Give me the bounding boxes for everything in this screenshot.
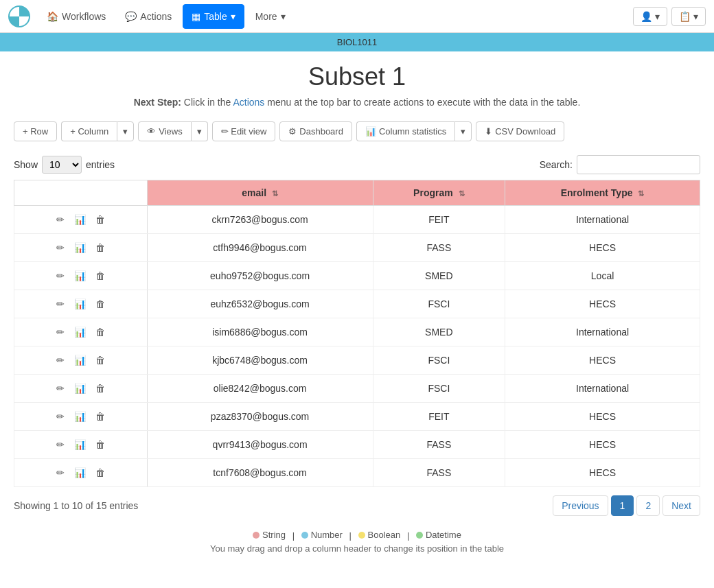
- page-header: Subset 1 Next Step: Click in the Actions…: [0, 51, 714, 113]
- legend-boolean: Boolean: [358, 530, 401, 540]
- delete-row-button[interactable]: 🗑: [94, 213, 106, 226]
- col-header-program[interactable]: Program ⇅: [373, 180, 505, 206]
- row-actions: ✏ 📊 🗑: [23, 466, 139, 480]
- datetime-dot: [416, 532, 423, 539]
- table-row: ✏ 📊 🗑 pzaz8370@bogus.com FEIT HECS: [14, 403, 700, 431]
- row-actions-cell: ✏ 📊 🗑: [14, 375, 148, 403]
- column-stats-button[interactable]: 📊 Column statistics: [356, 121, 454, 141]
- stats-row-button[interactable]: 📊: [73, 353, 87, 367]
- csv-download-label: CSV Download: [495, 126, 555, 137]
- email-cell: tcnf7608@bogus.com: [147, 459, 373, 487]
- email-cell: euho9752@bogus.com: [147, 262, 373, 290]
- nav-table[interactable]: ▦ Table ▾: [183, 4, 244, 29]
- stats-row-button[interactable]: 📊: [73, 325, 87, 339]
- edit-row-button[interactable]: ✏: [55, 297, 66, 311]
- add-column-caret[interactable]: ▾: [117, 121, 134, 141]
- legend-number: Number: [301, 530, 343, 540]
- page-1-button[interactable]: 1: [611, 495, 634, 516]
- row-actions: ✏ 📊 🗑: [23, 325, 139, 339]
- search-input[interactable]: [577, 155, 700, 174]
- stats-row-button[interactable]: 📊: [73, 269, 87, 283]
- delete-row-button[interactable]: 🗑: [94, 297, 106, 311]
- settings-caret-icon: ▾: [693, 11, 698, 22]
- dashboard-label: Dashboard: [299, 126, 343, 137]
- previous-button[interactable]: Previous: [553, 495, 608, 516]
- add-column-button[interactable]: + Column: [61, 121, 117, 141]
- dashboard-button[interactable]: ⚙ Dashboard: [279, 121, 352, 141]
- nav-workflows[interactable]: 🏠 Workflows: [38, 4, 114, 29]
- nav-more[interactable]: More ▾: [247, 4, 294, 29]
- enrolment-type-cell: International: [505, 206, 700, 234]
- program-cell: SMED: [373, 262, 505, 290]
- boolean-label: Boolean: [368, 530, 401, 540]
- toolbar: + Row + Column ▾ 👁 Views ▾ ✏ Edit view ⚙…: [0, 113, 714, 150]
- entries-select[interactable]: 10 25 50 100: [42, 156, 82, 174]
- edit-row-button[interactable]: ✏: [55, 381, 66, 395]
- enrolment-type-cell: HECS: [505, 234, 700, 262]
- enrolment-type-cell: HECS: [505, 346, 700, 375]
- row-actions: ✏ 📊 🗑: [23, 213, 139, 226]
- stats-row-button[interactable]: 📊: [73, 438, 87, 451]
- column-stats-caret[interactable]: ▾: [454, 121, 472, 141]
- program-cell: SMED: [373, 318, 505, 346]
- navbar: 🏠 Workflows 💬 Actions ▦ Table ▾ More ▾ 👤…: [0, 0, 714, 33]
- stats-row-button[interactable]: 📊: [73, 241, 87, 255]
- pagination: Previous 1 2 Next: [553, 495, 700, 516]
- edit-row-button[interactable]: ✏: [55, 353, 66, 367]
- col-header-enrolment-type[interactable]: Enrolment Type ⇅: [505, 180, 700, 206]
- legend-datetime: Datetime: [416, 530, 461, 540]
- edit-row-button[interactable]: ✏: [55, 466, 66, 480]
- edit-row-button[interactable]: ✏: [55, 213, 66, 226]
- delete-row-button[interactable]: 🗑: [94, 438, 106, 451]
- row-actions: ✏ 📊 🗑: [23, 410, 139, 423]
- edit-row-button[interactable]: ✏: [55, 241, 66, 255]
- page-title: Subset 1: [0, 62, 714, 91]
- table-row: ✏ 📊 🗑 ckrn7263@bogus.com FEIT Internatio…: [14, 206, 700, 234]
- delete-row-button[interactable]: 🗑: [94, 325, 106, 339]
- boolean-dot: [358, 532, 365, 539]
- edit-row-button[interactable]: ✏: [55, 410, 66, 423]
- col-header-email[interactable]: email ⇅: [147, 180, 373, 206]
- row-actions-cell: ✏ 📊 🗑: [14, 403, 148, 431]
- dashboard-icon: ⚙: [288, 126, 297, 137]
- delete-row-button[interactable]: 🗑: [94, 269, 106, 283]
- program-cell: FEIT: [373, 403, 505, 431]
- stats-row-button[interactable]: 📊: [73, 381, 87, 395]
- views-button[interactable]: 👁 Views: [138, 121, 191, 141]
- stats-row-button[interactable]: 📊: [73, 466, 87, 480]
- edit-row-button[interactable]: ✏: [55, 438, 66, 451]
- number-dot: [301, 532, 308, 539]
- course-code: BIOL1011: [337, 37, 378, 47]
- stats-row-button[interactable]: 📊: [73, 410, 87, 423]
- stats-row-button[interactable]: 📊: [73, 297, 87, 311]
- views-split: 👁 Views ▾: [138, 121, 207, 141]
- edit-row-button[interactable]: ✏: [55, 325, 66, 339]
- row-actions-cell: ✏ 📊 🗑: [14, 459, 148, 487]
- page-2-button[interactable]: 2: [636, 495, 660, 516]
- add-row-button[interactable]: + Row: [14, 121, 57, 141]
- nav-actions[interactable]: 💬 Actions: [117, 4, 180, 29]
- row-actions-cell: ✏ 📊 🗑: [14, 318, 148, 346]
- csv-download-button[interactable]: ⬇ CSV Download: [476, 121, 564, 141]
- delete-row-button[interactable]: 🗑: [94, 241, 106, 255]
- delete-row-button[interactable]: 🗑: [94, 381, 106, 395]
- delete-row-button[interactable]: 🗑: [94, 410, 106, 423]
- actions-link[interactable]: Actions: [233, 97, 264, 108]
- nav-right: 👤 ▾ 📋 ▾: [633, 7, 706, 26]
- table-wrapper: email ⇅ Program ⇅ Enrolment Type ⇅ ✏ 📊 🗑…: [0, 180, 714, 487]
- enrolment-type-cell: Local: [505, 262, 700, 290]
- enrolment-type-cell: HECS: [505, 431, 700, 459]
- settings-menu-button[interactable]: 📋 ▾: [671, 7, 706, 26]
- delete-row-button[interactable]: 🗑: [94, 466, 106, 480]
- add-column-split: + Column ▾: [61, 121, 134, 141]
- stats-row-button[interactable]: 📊: [73, 213, 87, 226]
- views-caret-button[interactable]: ▾: [192, 121, 208, 141]
- show-entries: Show 10 25 50 100 entries: [14, 156, 115, 174]
- edit-view-button[interactable]: ✏ Edit view: [212, 121, 276, 141]
- program-sort-icon: ⇅: [459, 189, 465, 198]
- edit-row-button[interactable]: ✏: [55, 269, 66, 283]
- user-menu-button[interactable]: 👤 ▾: [633, 7, 667, 26]
- table-header-row: email ⇅ Program ⇅ Enrolment Type ⇅: [14, 180, 700, 206]
- next-button[interactable]: Next: [663, 495, 700, 516]
- delete-row-button[interactable]: 🗑: [94, 353, 106, 367]
